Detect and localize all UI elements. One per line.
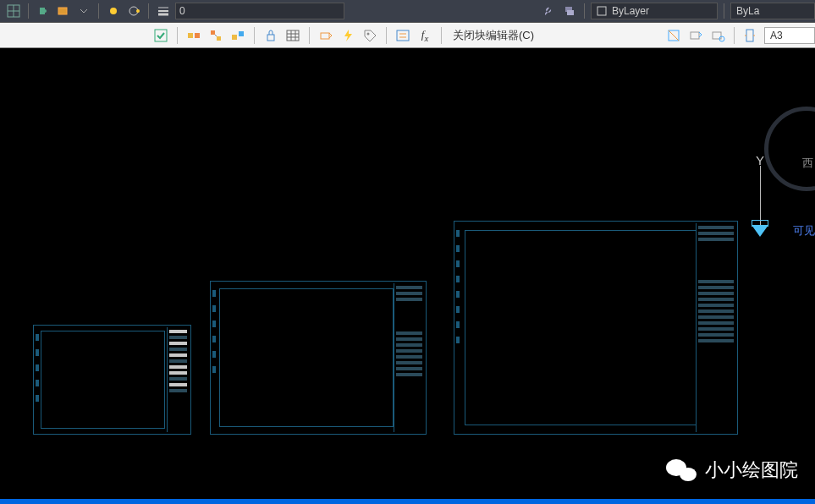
block-editor-toolbar: fx 关闭块编辑器(C) A3 xyxy=(0,23,815,48)
constraint3-icon[interactable] xyxy=(229,27,246,44)
separator xyxy=(98,3,99,19)
dropdown-icon[interactable] xyxy=(75,3,92,19)
sun-icon[interactable] xyxy=(105,3,122,19)
lineweight-value: 0 xyxy=(179,5,185,17)
svg-rect-37 xyxy=(746,30,753,41)
attributes-icon[interactable] xyxy=(394,27,411,44)
svg-line-33 xyxy=(669,30,679,41)
puzzle-icon[interactable] xyxy=(35,3,52,19)
svg-rect-17 xyxy=(217,36,221,41)
constraint1-icon[interactable] xyxy=(185,27,202,44)
svg-point-6 xyxy=(136,9,140,13)
table-icon[interactable] xyxy=(284,27,301,44)
param1-icon[interactable] xyxy=(317,27,334,44)
view3-icon[interactable] xyxy=(709,27,726,44)
drawing-frame-small[interactable] xyxy=(33,325,191,435)
drawing-frame-large[interactable] xyxy=(454,221,738,435)
linetype-label: ByLa xyxy=(736,5,759,17)
frame-inner-border xyxy=(219,288,394,427)
separator xyxy=(734,27,735,44)
svg-rect-15 xyxy=(195,33,200,38)
viewcube-compass[interactable] xyxy=(764,107,815,191)
svg-rect-11 xyxy=(567,10,574,15)
layers-icon[interactable] xyxy=(55,3,72,19)
visibility-grip-label: 可见 xyxy=(793,223,815,238)
bolt-icon[interactable] xyxy=(339,27,356,44)
svg-rect-22 xyxy=(287,30,299,41)
frame-left-markers xyxy=(456,230,461,425)
separator xyxy=(28,3,29,19)
wechat-icon xyxy=(666,457,697,483)
frame-inner-border xyxy=(41,331,165,429)
title-block xyxy=(394,283,424,432)
svg-rect-27 xyxy=(321,33,329,39)
separator xyxy=(724,3,724,19)
properties-toolbar: 0 ByLayer ByLa xyxy=(0,0,815,23)
title-block xyxy=(167,327,189,432)
close-block-editor-button[interactable]: 关闭块编辑器(C) xyxy=(453,28,534,43)
paper-format-icon[interactable] xyxy=(742,27,759,44)
fx-icon[interactable]: fx xyxy=(416,27,433,44)
separator xyxy=(254,27,255,44)
separator xyxy=(309,27,310,44)
tag-icon[interactable] xyxy=(361,27,378,44)
wrench-icon[interactable] xyxy=(541,3,558,19)
separator xyxy=(386,27,387,44)
separator xyxy=(441,27,442,44)
svg-point-28 xyxy=(367,32,370,35)
separator xyxy=(584,3,585,19)
view1-icon[interactable] xyxy=(665,27,682,44)
lineweight-icon[interactable] xyxy=(155,3,172,19)
svg-line-18 xyxy=(215,35,217,36)
grid-icon[interactable] xyxy=(5,3,22,19)
frame-left-markers xyxy=(212,290,218,425)
drawing-canvas[interactable]: 西 Y 可见 xyxy=(0,56,815,504)
separator xyxy=(177,27,178,44)
frame-inner-border xyxy=(465,230,697,425)
layer-color-dropdown[interactable]: ByLayer xyxy=(591,3,718,19)
watermark: 小小绘图院 xyxy=(666,457,798,483)
bottom-accent-border xyxy=(0,499,815,504)
svg-rect-3 xyxy=(58,8,67,14)
svg-point-4 xyxy=(110,8,117,14)
svg-rect-20 xyxy=(239,31,244,36)
axis-arrow-icon[interactable] xyxy=(752,225,768,237)
separator xyxy=(148,3,149,19)
lock-icon[interactable] xyxy=(262,27,279,44)
title-block xyxy=(696,223,735,432)
watermark-text: 小小绘图院 xyxy=(705,457,798,483)
svg-rect-21 xyxy=(267,35,274,41)
svg-rect-34 xyxy=(691,32,699,39)
layer-label: ByLayer xyxy=(612,5,649,17)
svg-rect-29 xyxy=(397,30,409,41)
linetype-dropdown[interactable]: ByLa xyxy=(730,3,815,19)
orbit-icon[interactable] xyxy=(125,3,142,19)
lineweight-field[interactable]: 0 xyxy=(175,3,344,19)
compass-west-label: 西 xyxy=(802,156,813,171)
paper-size-value: A3 xyxy=(770,30,783,41)
save-block-icon[interactable] xyxy=(152,27,169,44)
svg-rect-16 xyxy=(211,30,215,35)
view2-icon[interactable] xyxy=(687,27,704,44)
paper-size-field[interactable]: A3 xyxy=(764,27,815,44)
drawing-frame-medium[interactable] xyxy=(210,281,427,435)
svg-rect-12 xyxy=(597,7,606,15)
svg-rect-14 xyxy=(188,33,193,38)
svg-rect-13 xyxy=(155,30,167,41)
stack-icon[interactable] xyxy=(561,3,578,19)
svg-rect-19 xyxy=(232,35,237,40)
constraint2-icon[interactable] xyxy=(207,27,224,44)
